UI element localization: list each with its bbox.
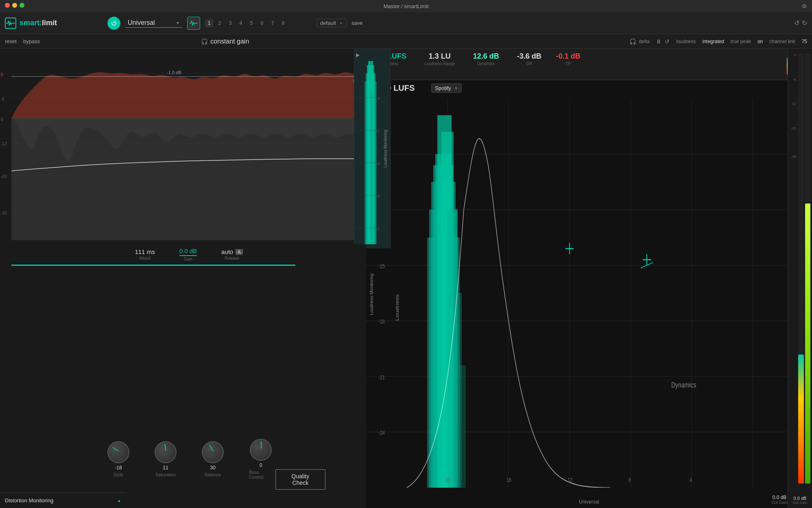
side-loudness-monitoring: ▶ Loudness Monitoring -9 -12 -15 -18 -21 [354,49,391,248]
saturation-label: Saturation [155,472,176,477]
scale-label-n30: -30 [1,211,7,215]
gr-stat: -3.6 dB GR [517,52,541,66]
preset-dropdown-arrow: ▼ [176,21,180,25]
scale-label-n12: -12 [1,142,7,146]
gr-stat-value: -3.6 dB [517,52,541,61]
loudness-range-label: Loudness Range [424,61,455,66]
preset-num-7[interactable]: 7 [268,19,277,27]
gain-label: Gain [184,257,192,261]
preset-numbers: 1 2 3 4 5 6 7 8 [205,19,287,27]
preset-selector[interactable]: Universal ▼ [125,18,182,28]
distortion-monitoring-label: Distortion Monitoring ▲ [0,493,126,508]
bass-control-value: 0 [260,462,262,468]
waveform-svg: -1.0 dB Limit [11,49,366,244]
preset-num-5[interactable]: 5 [247,19,255,27]
default-label: default [320,20,336,26]
preset-num-6[interactable]: 6 [258,19,266,27]
style-knob-group: -18 Style [107,441,129,477]
style-label: Style [114,472,123,477]
gain-item: 0.0 dB Gain [179,247,197,261]
svg-text:4: 4 [690,477,692,484]
svg-text:-21: -21 [378,374,385,381]
redo-button[interactable]: ↻ [802,19,807,27]
constant-gain-group: 🎧 constant gain [201,38,249,45]
svg-text:20: 20 [445,477,450,484]
svg-text:-15: -15 [375,162,380,166]
side-histogram-svg: -9 -12 -15 -18 -21 [354,57,387,244]
svg-text:-18: -18 [375,194,380,198]
channel-num: 75 [802,39,807,44]
svg-text:-15: -15 [378,263,385,269]
preset-num-3[interactable]: 3 [226,19,234,27]
undo-button[interactable]: ↺ [794,19,799,27]
dynamics-label: Dynamics [477,61,495,66]
style-value: -18 [115,465,122,471]
preset-name: Universal [128,19,174,26]
stats-bar: -9.6 LUFS Loudness 1.3 LU Loudness Range… [366,49,812,80]
quality-check-button[interactable]: Quality Check [275,469,325,490]
out-gain-bottom: 0.0 dB Out Gain [788,496,812,505]
right-meter-bars [798,53,810,484]
right-level-meters-panel: 0 -6 -12 -20 -30 0.0 dB Out Gain [788,49,812,508]
maximize-button[interactable] [20,3,24,8]
platform-dropdown-arrow: ▼ [454,86,458,90]
attack-value: 111 ms [135,248,155,255]
universal-bottom-label: Universal [579,499,599,505]
loudness-viz: -14.0 LUFS Spotify ▼ Loudness Monitoring [366,80,812,508]
preset-num-4[interactable]: 4 [237,19,245,27]
preset-num-8[interactable]: 8 [279,19,287,27]
svg-text:-24: -24 [378,429,385,436]
minimize-button[interactable] [12,3,17,8]
saturation-knob[interactable] [155,441,177,463]
scale-label-n20: -20 [1,174,7,179]
dynamics-stat: 12.6 dB Dynamics [473,52,499,66]
integrated-label[interactable]: integrated [702,39,724,44]
svg-text:16: 16 [506,477,511,484]
balance-label: Balance [205,472,221,477]
balance-knob-group: 30 Balance [202,441,224,477]
title-bar: Master / smartLimit ⚙ [0,0,812,12]
logo-icon [5,18,16,29]
balance-knob[interactable] [202,441,224,463]
default-dropdown-arrow: ▼ [339,21,343,25]
style-knob[interactable] [107,441,129,463]
scale-label-0b: 0 [1,117,3,122]
on-label[interactable]: on [757,39,763,44]
svg-text:Dynamics: Dynamics [671,381,696,390]
reset-button[interactable]: reset [5,38,17,44]
delta-group: 🎧 delta [629,38,649,45]
platform-name: Spotify [435,85,451,91]
save-button[interactable]: save [351,20,362,26]
preset-num-1[interactable]: 1 [205,19,213,27]
bypass-button[interactable]: bypass [23,38,40,44]
right-panel: -9.6 LUFS Loudness 1.3 LU Loudness Range… [366,49,812,508]
delta-label[interactable]: delta [639,39,649,44]
auto-badge[interactable]: A [236,249,242,255]
svg-text:-12: -12 [375,129,380,133]
bottom-knobs-area: -18 Style 11 Saturation 30 Balance [11,427,366,492]
loudness-label: loudness [676,39,696,44]
close-button[interactable] [5,3,10,8]
waveform-icon-button[interactable] [187,17,200,30]
window-title: Master / smartLimit [384,3,429,9]
default-selector[interactable]: default ▼ [317,19,347,27]
gear-icon[interactable]: ⚙ [802,3,807,9]
saturation-knob-group: 11 Saturation [155,441,177,477]
logo-text: smart:limit [20,19,57,27]
agr-row: 111 ms Attack 0.0 dB Gain auto A Release [11,244,366,265]
bass-control-label: Bass Control [249,470,273,480]
pause-icon[interactable]: ⏸ [656,38,661,45]
controls-row: reset bypass 🎧 constant gain 🎧 delta ⏸ ↺… [0,34,812,49]
platform-selector[interactable]: Spotify ▼ [431,83,462,93]
true-peak-label: true peak [731,39,751,44]
constant-gain-label[interactable]: constant gain [210,38,249,45]
headphone-delta-icon: 🎧 [629,38,636,45]
power-button[interactable] [107,17,120,30]
svg-rect-32 [460,366,466,488]
svg-text:-21: -21 [375,227,380,231]
bass-control-knob[interactable] [250,439,272,461]
preset-num-2[interactable]: 2 [216,19,224,27]
distortion-up-arrow: ▲ [117,498,121,503]
gain-value: 0.0 dB [179,247,197,256]
refresh-icon[interactable]: ↺ [665,38,670,45]
